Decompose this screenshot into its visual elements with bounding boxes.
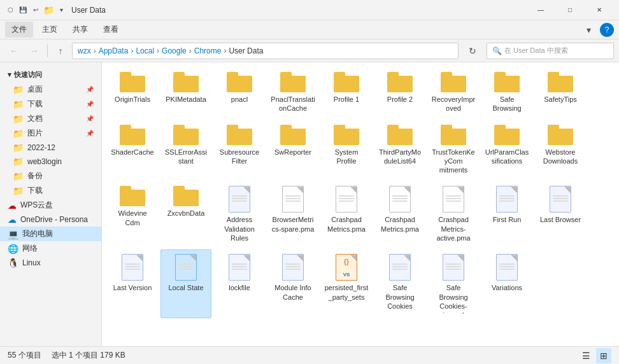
sidebar-item-docs[interactable]: 📁 文档 📌: [0, 111, 101, 126]
folder-thirdparty[interactable]: ThirdPartyModuleList64: [374, 120, 425, 179]
folder-recoveryimproved[interactable]: RecoveryImproved: [428, 67, 479, 118]
file-safebrowsingjournal[interactable]: Safe Browsing Cookies-journal: [428, 249, 479, 318]
menu-share[interactable]: 共享: [66, 22, 94, 38]
breadcrumb-wzx[interactable]: wzx: [78, 46, 91, 55]
file-lockfile[interactable]: lockfile: [214, 249, 265, 318]
file-label: System Profile: [324, 148, 369, 166]
file-label: Local State: [168, 283, 203, 292]
forward-button[interactable]: →: [25, 42, 43, 60]
search-box[interactable]: 🔍 在 User Data 中搜索: [487, 43, 614, 59]
folder-icon: 📁: [13, 171, 24, 181]
refresh-button[interactable]: ↻: [464, 43, 481, 59]
file-label: Safe Browsing Cookies-journal: [431, 283, 476, 314]
list-view-button[interactable]: ☰: [578, 348, 594, 363]
maximize-button[interactable]: □: [555, 0, 585, 20]
folder-trusttoken[interactable]: TrustTokenKeyCom mitments: [428, 120, 479, 179]
sep-5: ›: [224, 46, 226, 55]
close-button[interactable]: ✕: [585, 0, 614, 20]
sidebar-item-pictures[interactable]: 📁 图片 📌: [0, 126, 101, 141]
file-icon: [282, 254, 304, 281]
sidebar-item-downloads2[interactable]: 📁 下载: [0, 183, 101, 198]
folder-safebrowsing[interactable]: Safe Browsing: [481, 67, 532, 118]
breadcrumb-google[interactable]: Google: [162, 46, 187, 55]
menu-home[interactable]: 主页: [36, 22, 64, 38]
folder-profile1[interactable]: Profile 1: [321, 67, 372, 118]
file-firstrun[interactable]: First Run: [481, 181, 532, 247]
sidebar-item-downloads[interactable]: 📁 下载 📌: [0, 97, 101, 111]
folder-urlparam[interactable]: UrlParamClassifications: [481, 120, 532, 179]
status-bar: 55 个项目 选中 1 个项目 179 KB ☰ ⊞: [0, 346, 619, 364]
sidebar-item-2022[interactable]: 📁 2022-12: [0, 141, 101, 155]
address-bar[interactable]: wzx › AppData › Local › Google › Chrome …: [72, 43, 459, 59]
folder-icon: 📁: [13, 99, 24, 109]
sidebar-item-network[interactable]: 🌐 网络: [0, 241, 101, 256]
sidebar-item-linux[interactable]: 🐧 Linux: [0, 256, 101, 270]
folder-webstore[interactable]: Webstore Downloads: [535, 120, 586, 179]
folder-zxcvbn[interactable]: ZxcvbnData: [160, 181, 211, 247]
sidebar-item-desktop[interactable]: 📁 桌面 📌: [0, 82, 101, 97]
file-crashpad2[interactable]: Crashpad Metrics.pma: [374, 181, 425, 247]
folder-icon: [387, 72, 413, 92]
file-persisted[interactable]: {} VS persisted_first_party_sets: [321, 249, 372, 318]
menu-view[interactable]: 查看: [97, 22, 125, 38]
collapse-ribbon-button[interactable]: ▾: [580, 21, 597, 39]
file-label: ShaderCache: [111, 148, 153, 157]
folder-icon: [548, 125, 573, 145]
undo-icon[interactable]: ↩: [31, 5, 41, 15]
file-crashpad1[interactable]: Crashpad Metrics.pma: [321, 181, 372, 247]
quick-access-header[interactable]: ▾ 快速访问: [0, 67, 101, 82]
pin-icon: 📌: [86, 130, 94, 137]
breadcrumb-local[interactable]: Local: [136, 46, 154, 55]
folder-icon: [441, 125, 466, 145]
folder-swreporter[interactable]: SwReporter: [267, 120, 318, 179]
file-label: Last Browser: [540, 215, 581, 224]
sidebar-item-mypc[interactable]: 💻 我的电脑: [0, 227, 101, 241]
breadcrumb-chrome[interactable]: Chrome: [194, 46, 222, 55]
file-addressvalidation[interactable]: Address Validation Rules: [214, 181, 265, 247]
sidebar-item-backup[interactable]: 📁 备份: [0, 169, 101, 183]
save-icon[interactable]: 💾: [18, 5, 28, 15]
sep-3: ›: [157, 46, 159, 55]
folder-safetytips[interactable]: SafetyTips: [535, 67, 586, 118]
folder-icon: [120, 72, 145, 92]
folder-shadercache[interactable]: ShaderCache: [107, 120, 158, 179]
sidebar-item-wps[interactable]: ☁ WPS云盘: [0, 198, 101, 213]
file-label: Subresource Filter: [217, 148, 262, 166]
sep-2: ›: [131, 46, 133, 55]
folder-icon: [227, 125, 252, 145]
file-lastbrowser[interactable]: Last Browser: [535, 181, 586, 247]
file-lastversion[interactable]: Last Version: [107, 249, 158, 318]
file-crashpad3[interactable]: Crashpad Metrics-active.pma: [428, 181, 479, 247]
file-variations[interactable]: Variations: [481, 249, 532, 318]
minimize-button[interactable]: —: [526, 0, 555, 20]
folder-widevine[interactable]: Widevine Cdm: [107, 181, 158, 247]
help-button[interactable]: ?: [600, 23, 614, 37]
sidebar-item-web3login[interactable]: 📁 web3login: [0, 155, 101, 169]
up-button[interactable]: ↑: [52, 42, 69, 60]
file-moduleinfocache[interactable]: Module Info Cache: [267, 249, 318, 318]
file-icon: {} VS: [336, 254, 357, 281]
file-localstate[interactable]: Local State: [160, 249, 211, 318]
folder-icon: [173, 72, 199, 92]
sidebar-label-desktop: 桌面: [27, 84, 43, 95]
folder-pnacl[interactable]: pnacl: [214, 67, 265, 118]
folder-icon: 📁: [13, 157, 24, 167]
file-label: RecoveryImproved: [431, 95, 476, 113]
breadcrumb-current: User Data: [229, 46, 263, 55]
file-icon: [229, 186, 250, 213]
file-safebrowsingcookies[interactable]: Safe Browsing Cookies: [374, 249, 425, 318]
folder-profile2[interactable]: Profile 2: [374, 67, 425, 118]
sidebar-item-onedrive[interactable]: ☁ OneDrive - Persona: [0, 213, 101, 227]
folder-sslerror[interactable]: SSLErrorAssistant: [160, 120, 211, 179]
folder-pkimetadata[interactable]: PKIMetadata: [160, 67, 211, 118]
back-button[interactable]: ←: [5, 42, 23, 60]
grid-view-button[interactable]: ⊞: [596, 348, 611, 363]
folder-pnacltranslation[interactable]: PnaclTranslationCache: [267, 67, 318, 118]
folder-subresource[interactable]: Subresource Filter: [214, 120, 265, 179]
breadcrumb-appdata[interactable]: AppData: [99, 46, 129, 55]
dropdown-icon[interactable]: ▾: [56, 5, 66, 15]
menu-file[interactable]: 文件: [5, 22, 33, 38]
folder-systemprofile[interactable]: System Profile: [321, 120, 372, 179]
file-browsermetrics[interactable]: BrowserMetrics-spare.pma: [267, 181, 318, 247]
folder-origintrials[interactable]: OriginTrials: [107, 67, 158, 118]
